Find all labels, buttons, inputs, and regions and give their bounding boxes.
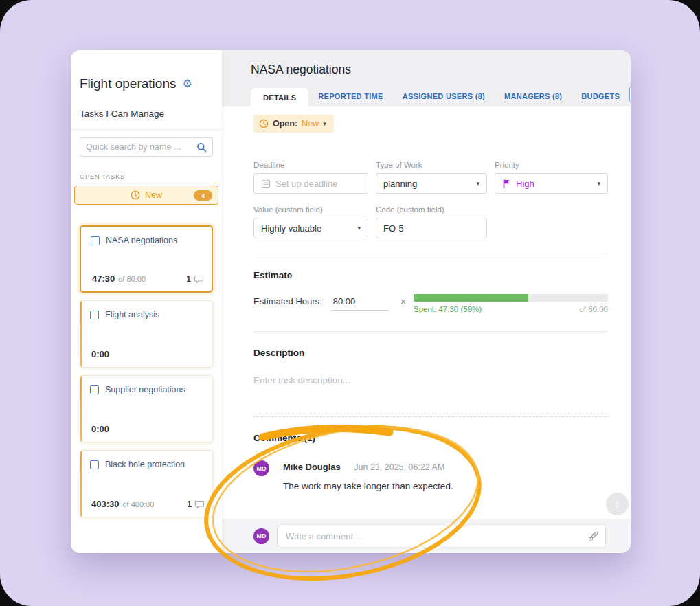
value-custom-label: Value (custom field) [253,205,368,214]
avatar: MD [253,460,269,476]
task-card-black-hole-protection[interactable]: Black hole protection 403:30 of 400:00 1 [80,450,213,517]
task-checkbox[interactable] [90,460,99,469]
tab-reported-time[interactable]: REPORTED TIME [308,88,392,106]
dotted-divider [253,416,608,417]
comment-input[interactable] [277,526,606,546]
progress-track [414,294,608,302]
task-list: NASA negotiations 47:30 of 80:00 1 [80,225,213,517]
task-fields: Deadline Set up deadline [253,161,608,238]
filter-new-label: New [145,190,162,200]
priority-select[interactable]: High ▾ [495,173,608,194]
estimated-hours-input[interactable] [332,294,388,311]
value-custom-value: Highly valuable [261,223,321,234]
stage: Flight operations ⚙ Tasks I Can Manage O… [0,0,700,606]
comment-date: Jun 23, 2025, 06:22 AM [354,462,444,472]
comment-bubble-icon [194,275,204,284]
scroll-to-top-button[interactable]: ↑ [606,493,629,515]
estimate-heading: Estimate [253,270,608,280]
estimate-progress: Spent: 47:30 (59%) of 80:00 [414,294,608,313]
tab-assigned-users[interactable]: ASSIGNED USERS (8) [393,88,495,106]
chevron-down-icon: ▾ [597,181,600,187]
filter-new-count-badge: 4 [194,190,212,201]
task-time-spent: 0:00 [91,424,109,434]
task-time-spent: 47:30 [92,273,115,284]
deadline-placeholder: Set up deadline [275,179,337,189]
task-comment-count[interactable]: 1 [187,500,205,509]
app-window: Flight operations ⚙ Tasks I Can Manage O… [71,50,631,553]
gear-icon[interactable]: ⚙ [182,78,192,89]
task-detail-panel: NASA negotiations DETAILS REPORTED TIME … [222,50,631,553]
tab-label: DETAILS [263,93,296,102]
task-title: Supplier negotiations [105,385,185,396]
deadline-field[interactable]: Set up deadline [253,173,368,194]
sidebar-subtitle: Tasks I Can Manage [80,109,213,119]
send-rocket-icon[interactable] [587,530,600,543]
status-state: Open: [273,119,297,128]
clock-icon [259,119,269,128]
priority-value: High [516,179,534,189]
sidebar: Flight operations ⚙ Tasks I Can Manage O… [71,50,222,553]
type-of-work-select[interactable]: planning ▾ [376,173,487,194]
tab-managers[interactable]: MANAGERS (8) [495,88,572,106]
task-time-of: of 400:00 [122,500,154,508]
arrow-up-icon: ↑ [614,497,620,511]
page-title: NASA negotiations [222,50,631,78]
estimated-hours-label: Estimated Hours: [253,296,322,306]
deadline-label: Deadline [253,161,368,169]
search-box[interactable] [80,137,213,157]
task-card-flight-analysis[interactable]: Flight analysis 0:00 [80,300,213,368]
comment-author: Mike Douglas [283,462,341,472]
details-content: Open: New ▾ Deadline [222,106,631,519]
type-of-work-value: planning [383,179,417,189]
comments-heading: Comments (1) [253,433,608,443]
chevron-down-icon: ▾ [323,121,326,127]
type-of-work-label: Type of Work [376,161,487,169]
code-custom-input[interactable] [383,223,479,234]
of-total-text: of 80:00 [579,305,608,313]
spent-text: Spent: 47:30 (59%) [414,305,482,313]
status-value: New [302,119,319,128]
tab-bar: DETAILS REPORTED TIME ASSIGNED USERS (8)… [222,88,631,106]
search-icon[interactable] [196,142,207,153]
comment-count-value: 1 [187,500,192,509]
flag-icon [502,179,511,188]
task-title: Flight analysis [105,310,159,321]
actions-button[interactable]: ⋮ ACTIONS ▾ [629,86,631,103]
code-custom-label: Code (custom field) [376,205,487,214]
tab-details[interactable]: DETAILS [251,88,308,106]
section-divider [253,254,608,254]
progress-fill [414,294,528,302]
task-checkbox[interactable] [90,311,99,319]
task-time-of: of 80:00 [118,275,146,283]
task-checkbox[interactable] [91,236,100,245]
code-custom-field[interactable] [376,218,487,238]
task-comment-count[interactable]: 1 [186,274,204,284]
tab-label: REPORTED TIME [318,92,383,102]
comment-count-value: 1 [186,274,191,284]
comment-item: MD Mike Douglas Jun 23, 2025, 06:22 AM T… [253,460,608,491]
task-checkbox[interactable] [90,385,99,394]
description-heading: Description [253,348,608,358]
tab-label: MANAGERS (8) [504,92,562,102]
value-custom-select[interactable]: Highly valuable ▾ [253,218,368,238]
status-badge[interactable]: Open: New ▾ [253,115,334,133]
comment-text: The work may take longer than expected. [283,481,453,491]
task-time-spent: 0:00 [91,349,109,359]
clear-estimate-icon[interactable]: × [400,295,407,307]
description-placeholder[interactable]: Enter task description... [253,375,608,385]
task-title: NASA negotiations [106,236,177,247]
open-tasks-label: OPEN TASKS [80,172,213,180]
clock-icon [131,190,140,200]
chevron-down-icon: ▾ [476,181,479,187]
tab-label: BUDGETS [581,92,620,102]
task-card-supplier-negotiations[interactable]: Supplier negotiations 0:00 [80,375,213,442]
tab-budgets[interactable]: BUDGETS [572,88,629,106]
filter-new[interactable]: New 4 [74,186,218,205]
task-card-nasa-negotiations[interactable]: NASA negotiations 47:30 of 80:00 1 [80,225,213,293]
tab-label: ASSIGNED USERS (8) [403,92,485,102]
task-title: Black hole protection [105,460,185,471]
chevron-down-icon: ▾ [357,225,361,232]
comment-input-bar: MD [222,519,631,553]
search-input[interactable] [86,142,196,152]
sidebar-divider [71,129,222,130]
